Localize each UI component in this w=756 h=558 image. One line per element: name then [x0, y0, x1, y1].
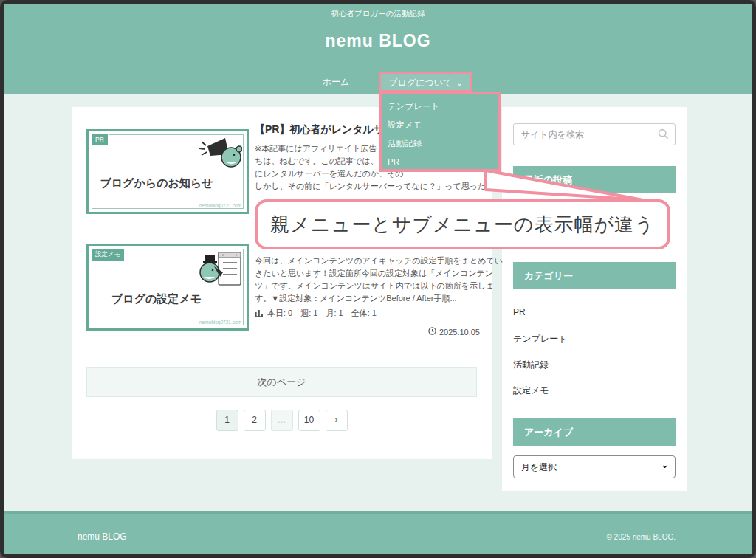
search-icon[interactable]: [658, 128, 669, 142]
category-link-template[interactable]: テンプレート: [513, 333, 676, 345]
site-tagline: 初心者ブロガーの活動記録: [4, 4, 752, 19]
post-thumbnail[interactable]: 設定メモ ブログの設定メモ nemublog0721.com: [86, 244, 249, 331]
excerpt-line: 今回は、メインコンテンツのアイキャッチの設定手順をまとめてい: [255, 255, 484, 267]
submenu-item-pr[interactable]: PR: [388, 153, 498, 171]
page-button-1[interactable]: 1: [216, 410, 238, 431]
thumbnail-watermark: nemublog0721.com: [199, 320, 241, 325]
annotation-callout: 親メニューとサブメニューの表示幅が違う: [255, 199, 670, 249]
nav-dropdown-submenu: テンプレート 設定メモ 活動記録 PR: [379, 92, 501, 172]
excerpt-line: す。▼設定対象：メインコンテンツBefore / After手順...: [255, 292, 484, 305]
site-search: [513, 123, 676, 145]
page-button-2[interactable]: 2: [244, 410, 266, 431]
browser-page: 初心者ブロガーの活動記録 nemu BLOG ホーム PR ブログからのお知らせ…: [4, 4, 752, 554]
excerpt-line: ツ」です。メインコンテンツはサイト内では以下の箇所を示しま: [255, 280, 484, 292]
excerpt-line: しかし、その前に「レンタルサーバーってなに？」って思った人...: [255, 180, 484, 193]
search-input[interactable]: [513, 123, 676, 145]
category-link-activity[interactable]: 活動記録: [513, 359, 676, 371]
thumbnail-watermark: nemublog0721.com: [199, 203, 241, 208]
pagination: 1 2 … 10 ›: [86, 410, 477, 431]
sidebar: 最近の投稿 カテゴリー PR テンプレート 活動記録 設定メモ アーカイブ 月を…: [502, 107, 687, 491]
archive-header: アーカイブ: [513, 418, 676, 446]
category-badge: 設定メモ: [91, 248, 125, 261]
submenu-item-activity[interactable]: 活動記録: [388, 134, 498, 153]
submenu-item-template[interactable]: テンプレート: [388, 97, 498, 116]
nav-item-home[interactable]: ホーム: [306, 72, 365, 92]
post-excerpt: 今回は、メインコンテンツのアイキャッチの設定手順をまとめてい きたいと思います！…: [255, 255, 484, 305]
submenu-item-memo[interactable]: 設定メモ: [388, 116, 498, 134]
bar-chart-icon: [255, 309, 264, 318]
archive-select-wrap: 月を選択 ⌄: [513, 455, 676, 478]
category-link-memo[interactable]: 設定メモ: [513, 385, 676, 397]
memo-mascot-icon: [195, 250, 242, 290]
next-page-button[interactable]: 次のページ: [86, 367, 477, 397]
clock-icon: [428, 327, 436, 337]
post-thumbnail[interactable]: PR ブログからのお知らせ nemublog0721.com: [86, 129, 249, 214]
site-footer: nemu BLOG © 2025 nemu BLOG.: [4, 512, 752, 554]
megaphone-mascot-icon: [196, 136, 242, 173]
category-link-pr[interactable]: PR: [513, 307, 676, 317]
footer-copyright: © 2025 nemu BLOG.: [606, 533, 676, 541]
site-header: 初心者ブロガーの活動記録 nemu BLOG ホーム: [4, 4, 752, 94]
category-badge: PR: [91, 134, 109, 145]
screenshot-frame: 初心者ブロガーの活動記録 nemu BLOG ホーム PR ブログからのお知らせ…: [0, 0, 756, 558]
nav-chevron-down-icon: ⌄: [456, 79, 462, 87]
thumbnail-title: ブログの設定メモ: [89, 292, 224, 306]
thumbnail-title: ブログからのお知らせ: [89, 176, 224, 190]
post-date: 2025.10.05: [255, 327, 480, 337]
nav-item-blog-about[interactable]: ブログについて⌄: [379, 72, 472, 92]
date-text: 2025.10.05: [439, 328, 480, 337]
pagination-next-arrow-icon[interactable]: ›: [326, 410, 348, 431]
categories-header: カテゴリー: [513, 262, 676, 289]
stats-text: 本日: 0 週: 1 月: 1 全体: 1: [267, 308, 377, 319]
footer-site-name: nemu BLOG: [78, 531, 127, 542]
site-title[interactable]: nemu BLOG: [4, 31, 752, 51]
archive-month-select[interactable]: 月を選択: [513, 455, 676, 478]
post-view-stats: 本日: 0 週: 1 月: 1 全体: 1: [255, 308, 377, 319]
excerpt-line: きたいと思います！設定箇所今回の設定対象は「メインコンテン: [255, 267, 484, 280]
recent-posts-header: 最近の投稿: [513, 166, 676, 193]
page-ellipsis: …: [271, 410, 293, 431]
nav-about-label: ブログについて: [388, 78, 452, 88]
page-button-10[interactable]: 10: [298, 410, 320, 431]
